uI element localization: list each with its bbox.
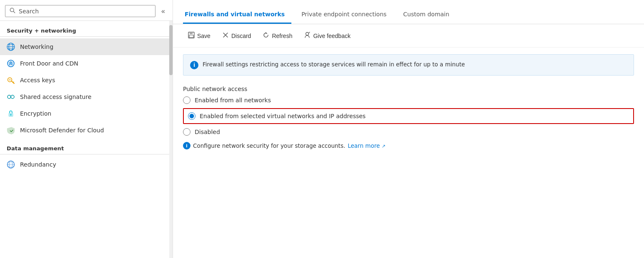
tabs-bar: Firewalls and virtual networks Private e… [173,0,644,24]
accesskeys-label: Access keys [20,77,55,83]
collapse-button[interactable]: « [159,6,168,17]
section-security-networking: Security + networking [0,21,169,36]
radio-option-selected-networks[interactable]: Enabled from selected virtual networks a… [188,112,366,120]
info-banner: i Firewall settings restricting access t… [183,54,634,76]
discard-label: Discard [231,33,251,39]
discard-icon [222,32,229,40]
radio-selected-networks[interactable] [188,112,195,120]
sidebar-item-defender[interactable]: Microsoft Defender for Cloud [0,122,169,139]
refresh-button[interactable]: Refresh [258,29,297,42]
redundancy-label: Redundancy [20,161,56,168]
sidebar-item-sas[interactable]: Shared access signature [0,89,169,105]
main-content-area: Public network access Enabled from all n… [173,82,644,258]
sidebar-nav-list: Security + networking Networking [0,21,169,258]
search-icon [10,8,15,15]
svg-rect-24 [189,35,193,38]
main-content: Firewalls and virtual networks Private e… [173,0,644,258]
tab-custom-domain[interactable]: Custom domain [401,7,456,24]
sidebar: Search « Security + networking Networ [0,0,173,258]
search-box[interactable]: Search [5,5,155,17]
tab-firewalls[interactable]: Firewalls and virtual networks [183,7,291,24]
tab-private-endpoint[interactable]: Private endpoint connections [300,7,393,24]
save-button[interactable]: Save [183,29,216,42]
refresh-label: Refresh [272,33,292,39]
toolbar: Save Discard Refresh [173,24,644,48]
svg-line-1 [13,11,15,13]
accesskeys-icon [7,76,15,84]
encryption-label: Encryption [20,110,51,117]
save-icon [188,32,195,40]
radio-disabled[interactable] [183,128,190,136]
sidebar-search-bar: Search « [0,0,173,21]
svg-point-10 [9,79,11,81]
section-data-management: Data management [0,139,169,154]
sidebar-item-accesskeys[interactable]: Access keys [0,72,169,89]
defender-icon [7,126,15,134]
encryption-icon [7,109,15,118]
sidebar-scrollable-area: Security + networking Networking [0,21,173,258]
networking-label: Networking [20,43,53,50]
refresh-icon [263,32,269,40]
radio-all-networks[interactable] [183,96,190,104]
sidebar-item-encryption[interactable]: Encryption [0,105,169,122]
radio-disabled-label: Disabled [195,129,220,135]
svg-point-16 [10,114,12,116]
frontdoor-label: Front Door and CDN [20,60,78,67]
scrollbar-thumb[interactable] [169,25,173,75]
external-link-icon: ↗ [382,144,386,149]
radio-option-all-networks[interactable]: Enabled from all networks [183,96,634,104]
svg-rect-23 [190,32,193,34]
sidebar-scrollbar[interactable] [169,21,173,258]
defender-label: Microsoft Defender for Cloud [20,127,104,134]
highlighted-radio-option: Enabled from selected virtual networks a… [183,108,634,124]
radio-all-networks-label: Enabled from all networks [195,97,271,104]
feedback-button[interactable]: Give feedback [299,29,356,42]
sas-label: Shared access signature [20,94,91,100]
feedback-icon [304,32,311,40]
search-placeholder: Search [19,8,39,15]
radio-option-disabled[interactable]: Disabled [183,128,634,136]
radio-group-access: Enabled from all networks Enabled from s… [183,96,634,136]
svg-line-28 [309,32,310,33]
learn-more-link[interactable]: Learn more ↗ [348,142,386,149]
svg-point-27 [306,33,309,35]
radio-selected-networks-label: Enabled from selected virtual networks a… [200,113,366,119]
section-divider-1 [0,36,169,37]
public-network-access-label: Public network access [183,86,634,92]
networking-icon [7,43,15,51]
configure-text: Configure network security for your stor… [193,142,345,149]
configure-info-icon: i [183,142,190,149]
feedback-label: Give feedback [313,33,351,39]
discard-button[interactable]: Discard [217,29,256,42]
banner-text: Firewall settings restricting access to … [203,61,465,68]
info-icon: i [190,61,198,69]
configure-text-row: i Configure network security for your st… [183,142,634,149]
redundancy-icon [7,160,15,169]
sidebar-item-frontdoor[interactable]: Front Door and CDN [0,55,169,72]
frontdoor-icon [7,59,15,68]
sidebar-item-redundancy[interactable]: Redundancy [0,156,169,173]
sas-icon [7,93,15,101]
save-label: Save [197,33,210,39]
sidebar-item-networking[interactable]: Networking [0,38,169,55]
section-divider-2 [0,154,169,154]
